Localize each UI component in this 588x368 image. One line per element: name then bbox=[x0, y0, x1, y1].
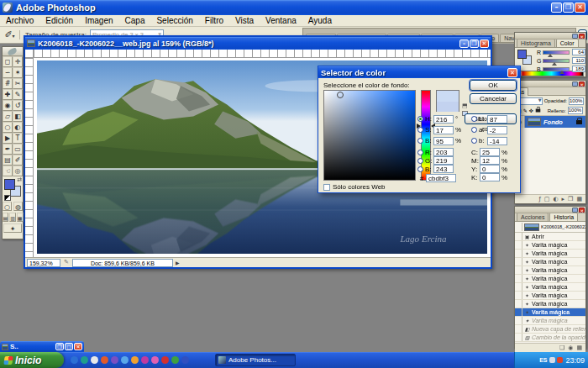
quicklaunch-icon-11[interactable] bbox=[181, 356, 189, 364]
history-source-cell[interactable] bbox=[515, 241, 522, 250]
field-input-s[interactable]: 17 bbox=[433, 126, 454, 134]
field-input-a[interactable]: -2 bbox=[487, 126, 507, 134]
history-brush-tool[interactable]: ↺ bbox=[13, 100, 23, 111]
menu-item-filtro[interactable]: Filtro bbox=[199, 16, 229, 25]
fullscreen-menubar-button[interactable]: ▥ bbox=[9, 213, 16, 222]
channel-slider[interactable] bbox=[543, 67, 570, 71]
field-input-b[interactable]: -14 bbox=[487, 137, 507, 145]
zoom-tool[interactable]: ◎ bbox=[13, 166, 23, 176]
slice-tool[interactable]: ✂ bbox=[13, 78, 23, 89]
zoom-level-field[interactable]: 159,32% bbox=[27, 259, 60, 267]
type-tool[interactable]: T bbox=[13, 133, 23, 144]
ruler-corner[interactable] bbox=[25, 50, 34, 58]
healing-brush-tool[interactable]: ✚ bbox=[3, 89, 13, 100]
history-state-10[interactable]: ✦Varita mágica bbox=[515, 317, 585, 325]
new-document-from-state-button[interactable]: ❏ bbox=[559, 345, 564, 351]
switch-colors-icon[interactable]: ⇄ bbox=[17, 177, 22, 183]
delete-layer-button[interactable]: ▦ bbox=[576, 197, 582, 202]
history-state-12[interactable]: ▥Cambio de la opacidad principal bbox=[515, 334, 585, 342]
hex-field[interactable]: cbdbf3 bbox=[426, 174, 456, 182]
ok-button[interactable]: OK bbox=[470, 80, 517, 91]
eyedropper-tool[interactable]: ✐ bbox=[13, 155, 23, 166]
brush-tool[interactable]: ✎ bbox=[13, 89, 23, 100]
slider-handle-icon[interactable] bbox=[559, 71, 564, 74]
history-source-cell[interactable] bbox=[515, 275, 522, 283]
panel-close-icon[interactable]: ✕ bbox=[579, 34, 585, 39]
radio-s[interactable] bbox=[417, 127, 423, 133]
radio-a[interactable] bbox=[471, 127, 477, 133]
fullscreen-button[interactable]: ▦ bbox=[17, 213, 24, 222]
magic-wand-tool[interactable]: ✶ bbox=[13, 67, 23, 78]
quicklaunch-icon-4[interactable] bbox=[111, 356, 118, 364]
history-source-cell[interactable] bbox=[515, 258, 522, 266]
pen-tool[interactable]: ✒ bbox=[3, 144, 13, 155]
radio-b[interactable] bbox=[417, 138, 423, 144]
quick-mask-button[interactable]: ◍ bbox=[13, 202, 23, 211]
toolbox-grip[interactable] bbox=[3, 47, 23, 56]
new-layer-button[interactable]: ❐ bbox=[568, 197, 573, 202]
quicklaunch-icon-9[interactable] bbox=[161, 356, 169, 364]
lasso-tool[interactable]: ∽ bbox=[3, 67, 13, 78]
shape-tool[interactable]: ▭ bbox=[13, 144, 23, 155]
min-maximize-button[interactable]: ▢ bbox=[65, 343, 73, 350]
history-panel-titlebar[interactable]: ✕ bbox=[515, 207, 585, 213]
history-source-cell[interactable] bbox=[515, 300, 522, 308]
minimized-window[interactable]: S.. ❐ ▢ ✕ bbox=[0, 341, 84, 352]
opacity-value[interactable]: 100% bbox=[569, 97, 584, 105]
tray-icon-1[interactable] bbox=[557, 357, 563, 363]
out-of-web-cube-icon[interactable]: ⬒ bbox=[462, 103, 468, 109]
standard-mode-button[interactable]: ○ bbox=[3, 202, 12, 211]
fill-value[interactable]: 100% bbox=[568, 107, 583, 114]
field-input-m[interactable]: 12 bbox=[480, 156, 500, 165]
tab-color[interactable]: Color bbox=[556, 39, 579, 47]
history-source-cell[interactable] bbox=[515, 308, 522, 317]
history-source-cell[interactable] bbox=[515, 223, 522, 231]
layer-set-button[interactable]: ▸ bbox=[562, 197, 565, 202]
min-close-button[interactable]: ✕ bbox=[74, 343, 82, 350]
doc-close-button[interactable]: ✕ bbox=[480, 39, 489, 48]
history-state-11[interactable]: ◧Nueva capa de relleno degradado bbox=[515, 325, 585, 334]
history-state-2[interactable]: ✦Varita mágica bbox=[515, 250, 585, 258]
field-input-y[interactable]: 0 bbox=[480, 165, 500, 173]
start-button[interactable]: Inicio bbox=[0, 352, 64, 368]
channel-slider[interactable] bbox=[543, 50, 570, 55]
path-selection-tool[interactable]: ▶ bbox=[3, 133, 13, 144]
menu-item-ayuda[interactable]: Ayuda bbox=[302, 16, 338, 25]
layer-row-fondo[interactable]: ◉ Fondo bbox=[515, 116, 585, 128]
tab-historia[interactable]: Historia bbox=[549, 213, 578, 221]
lock-all-icon[interactable] bbox=[535, 109, 540, 113]
hand-tool[interactable]: ☜ bbox=[3, 166, 13, 176]
status-arrow-icon[interactable]: ▶ bbox=[176, 260, 180, 265]
radio-b[interactable] bbox=[471, 138, 477, 144]
min-restore-button[interactable]: ❐ bbox=[55, 343, 64, 350]
field-input-b[interactable]: 243 bbox=[433, 165, 454, 173]
task-button-photoshop[interactable]: Adobe Photos... bbox=[215, 354, 296, 366]
eraser-tool[interactable]: ▱ bbox=[3, 111, 13, 122]
color-field[interactable] bbox=[323, 90, 416, 181]
quicklaunch-icon-10[interactable] bbox=[171, 356, 179, 364]
quicklaunch-icon-5[interactable] bbox=[121, 356, 129, 364]
radio-r[interactable] bbox=[417, 150, 423, 155]
web-only-checkbox[interactable] bbox=[323, 184, 330, 191]
move-tool[interactable]: ✛ bbox=[13, 56, 23, 67]
tab-acciones[interactable]: Acciones bbox=[517, 213, 549, 221]
channel-slider[interactable] bbox=[543, 59, 570, 63]
delete-state-button[interactable]: ▦ bbox=[576, 345, 582, 351]
history-source-cell[interactable] bbox=[515, 317, 522, 325]
quicklaunch-icon-7[interactable] bbox=[141, 356, 149, 364]
close-button[interactable]: ✕ bbox=[575, 3, 585, 13]
field-input-g[interactable]: 219 bbox=[433, 156, 454, 165]
history-source-cell[interactable] bbox=[515, 292, 522, 300]
history-state-1[interactable]: ✦Varita mágica bbox=[515, 241, 585, 250]
quicklaunch-icon-3[interactable] bbox=[101, 356, 108, 364]
radio-h[interactable] bbox=[417, 116, 423, 122]
jump-to-imageready-button[interactable]: ✦ bbox=[3, 223, 22, 233]
field-input-c[interactable]: 25 bbox=[480, 148, 500, 156]
menu-item-selección[interactable]: Selección bbox=[150, 16, 198, 25]
color-field-marker[interactable] bbox=[337, 92, 344, 98]
eyedropper-tool-icon[interactable]: ✐▾ bbox=[0, 30, 20, 39]
panel-close-icon[interactable]: ✕ bbox=[579, 208, 585, 213]
rectangular-marquee-tool[interactable]: ◻ bbox=[3, 56, 13, 67]
menu-item-vista[interactable]: Vista bbox=[229, 16, 260, 25]
dodge-tool[interactable]: ◐ bbox=[13, 122, 23, 133]
